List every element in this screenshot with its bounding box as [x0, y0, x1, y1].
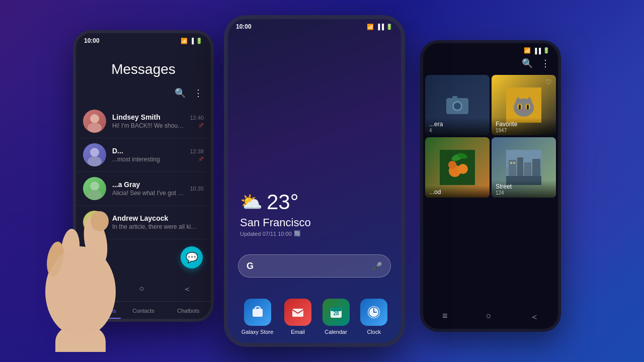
tab-chatbots[interactable]: Chatbots: [166, 302, 211, 319]
conv-meta-2: 12:38 📌: [190, 148, 204, 162]
tab-contacts[interactable]: Contacts: [121, 302, 166, 319]
center-time: 10:00: [236, 23, 252, 30]
svg-point-0: [90, 114, 99, 123]
mic-icon[interactable]: 🎤: [372, 261, 382, 271]
calendar-icon: 28: [323, 299, 350, 326]
messages-title: Messages: [76, 46, 211, 87]
avatar-gray: [83, 177, 106, 200]
search-icon[interactable]: 🔍: [175, 87, 186, 99]
app-dock: Galaxy Store Email: [228, 299, 401, 335]
battery-icon: 🔋: [196, 38, 203, 44]
conv-time-2: 12:38: [190, 148, 204, 154]
app-item-galaxy-store[interactable]: Galaxy Store: [242, 299, 274, 335]
right-nav-menu[interactable]: ≡: [442, 311, 448, 323]
home-content: ⛅ 23° San Francisco Updated 07/11 10:00 …: [228, 19, 401, 343]
conv-name-4: Andrew Laycock: [112, 214, 198, 222]
svg-point-5: [88, 190, 102, 200]
compose-icon: 💬: [186, 251, 198, 263]
conv-name-2: D...: [112, 147, 184, 155]
messages-toolbar: 🔍 ⋮: [76, 87, 211, 105]
app-item-clock[interactable]: Clock: [360, 299, 387, 335]
tab-conversations[interactable]: Conversations: [76, 302, 121, 319]
calendar-label: Calendar: [325, 329, 347, 335]
center-wifi-icon: 📶: [367, 24, 374, 30]
gallery-item-street[interactable]: Street 124: [492, 137, 556, 198]
svg-point-7: [88, 224, 102, 234]
conversation-item-3[interactable]: ...a Gray Alicia! See what I've got for …: [76, 172, 211, 206]
weather-widget: ⛅ 23° San Francisco Updated 07/11 10:00 …: [240, 190, 311, 237]
center-status-bar: 10:00 📶 ▐▐ 🔋: [228, 19, 401, 32]
center-battery-icon: 🔋: [386, 24, 393, 30]
street-count: 124: [496, 190, 552, 196]
right-wifi-icon: 📶: [524, 47, 531, 54]
refresh-icon[interactable]: 🔄: [294, 230, 301, 237]
favorite-overlay: Favorite 1947: [492, 118, 556, 135]
galaxy-store-label: Galaxy Store: [242, 329, 274, 335]
conv-name-3: ...a Gray: [112, 180, 184, 189]
wifi-icon: 📶: [181, 38, 188, 44]
svg-point-1: [88, 123, 102, 133]
right-nav-back[interactable]: ＜: [530, 311, 539, 323]
signal-icon: ▐: [190, 38, 194, 44]
svg-point-33: [448, 161, 456, 169]
gallery-grid: ...era 4: [423, 75, 558, 198]
phone-gallery: 📶 ▐▐ 🔋 🔍 ⋮ ...e: [420, 40, 561, 332]
right-battery-icon: 🔋: [543, 47, 550, 54]
street-overlay: Street 124: [492, 180, 556, 198]
clock-label: Clock: [367, 329, 381, 335]
street-album-name: Street: [496, 183, 552, 190]
weather-top: ⛅ 23°: [240, 190, 311, 214]
conv-meta-3: 10:35: [190, 186, 204, 192]
conv-meta-1: 12:40 📌: [190, 115, 204, 128]
more-icon[interactable]: ⋮: [194, 87, 203, 99]
right-status-bar: 📶 ▐▐ 🔋: [423, 43, 558, 56]
nav-bar-left: ≡ ○ ＜: [76, 281, 211, 298]
conversation-item-4[interactable]: Andrew Laycock In the article, there wer…: [76, 206, 211, 239]
conv-time-3: 10:35: [190, 186, 204, 192]
conversation-item-1[interactable]: Lindsey Smith Hi! I'm BACK!!! We should.…: [76, 105, 211, 138]
nav-bar-right: ≡ ○ ＜: [423, 307, 558, 327]
email-label: Email: [291, 329, 305, 335]
nav-home-icon[interactable]: ○: [139, 284, 144, 295]
gallery-item-camera[interactable]: ...era 4: [425, 75, 490, 135]
right-nav-home[interactable]: ○: [486, 311, 492, 323]
avatar-andrew: [83, 211, 106, 234]
avatar-lindsey: [83, 110, 106, 133]
app-item-email[interactable]: Email: [284, 299, 311, 335]
svg-point-28: [527, 105, 529, 110]
google-search-bar[interactable]: G 🎤: [238, 254, 391, 278]
phone-home: 10:00 📶 ▐▐ 🔋 ⛅ 23° San Francisco Updated…: [224, 15, 405, 347]
camera-count: 4: [429, 128, 486, 133]
svg-rect-44: [513, 162, 515, 164]
svg-rect-43: [510, 162, 512, 164]
svg-point-32: [458, 164, 468, 174]
svg-point-2: [90, 148, 99, 157]
camera-album-name: ...era: [429, 121, 486, 128]
gallery-item-food[interactable]: ...od: [425, 137, 490, 198]
weather-city: San Francisco: [240, 216, 311, 229]
gallery-item-favorite[interactable]: ♡ Favorite 1947: [492, 75, 556, 135]
weather-icon: ⛅: [240, 192, 263, 213]
gallery-search-icon[interactable]: 🔍: [522, 58, 533, 69]
conv-content-1: Lindsey Smith Hi! I'm BACK!!! We should.…: [112, 113, 184, 129]
clock-icon: [360, 299, 387, 326]
galaxy-store-icon: [244, 299, 271, 326]
avatar-d: [83, 143, 106, 166]
gallery-more-icon[interactable]: ⋮: [541, 58, 550, 69]
conv-preview-1: Hi! I'm BACK!!! We should...: [112, 122, 184, 129]
left-status-icons: 📶 ▐ 🔋: [181, 38, 203, 44]
weather-temp: 23°: [267, 190, 299, 214]
conversation-item-2[interactable]: D... ...most interesting 12:38 📌: [76, 138, 211, 172]
conv-preview-3: Alicia! See what I've got for you.: [112, 190, 184, 197]
food-overlay: ...od: [425, 186, 490, 198]
pin-icon-2: 📌: [198, 156, 204, 162]
heart-icon-favorite: ♡: [545, 78, 552, 86]
messages-tabs: Conversations Contacts Chatbots: [76, 301, 211, 319]
svg-point-3: [88, 156, 102, 166]
app-item-calendar[interactable]: 28 Calendar: [323, 299, 350, 335]
nav-menu-icon[interactable]: ≡: [96, 284, 100, 295]
conv-preview-2: ...most interesting: [112, 156, 184, 163]
right-signal-icon: ▐▐: [533, 48, 541, 54]
nav-back-icon[interactable]: ＜: [183, 284, 191, 295]
fab-compose-button[interactable]: 💬: [181, 246, 203, 268]
